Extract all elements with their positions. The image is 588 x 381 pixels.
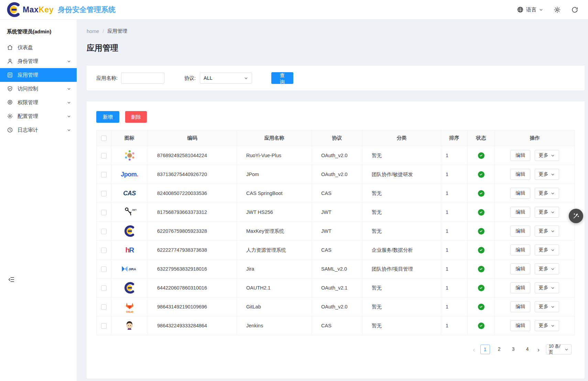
maxkey-logo-icon [6, 2, 21, 17]
clock-icon [7, 127, 13, 133]
edit-button[interactable]: 编辑 [510, 244, 530, 255]
row-checkbox[interactable] [101, 248, 107, 253]
app-category: 暂无 [362, 297, 441, 316]
delete-button[interactable]: 删除 [125, 111, 147, 123]
main-content: home / 应用管理 应用管理 应用名称: 协议: ALL 查询 新增 删除 [77, 20, 588, 381]
more-button[interactable]: 更多 [535, 244, 559, 255]
search-button[interactable]: 查询 [271, 72, 293, 84]
more-button[interactable]: 更多 [535, 282, 559, 293]
theme-wand-button[interactable] [569, 209, 583, 223]
gear-icon [7, 113, 13, 119]
sidebar-item-audit[interactable]: 日志审计 [0, 123, 77, 137]
cas-app-icon: CAS [123, 185, 136, 201]
status-enabled-icon [478, 228, 484, 235]
maxkey-app-icon [124, 280, 135, 296]
logout-button[interactable] [571, 6, 578, 13]
app-protocol: CAS [312, 184, 362, 203]
page-button-3[interactable]: 3 [509, 345, 518, 354]
table-row: 876892492581044224 RuoYi-Vue-Plus OAuth_… [97, 146, 575, 165]
sidebar-menu: 仪表盘 身份管理 应用管理 访问控制 权限管理 配置管理 日志审计 [0, 41, 77, 137]
sidebar-item-permissions[interactable]: 权限管理 [0, 96, 77, 109]
edit-button[interactable]: 编辑 [510, 301, 530, 312]
app-name: 人力资源管理系统 [237, 241, 312, 260]
table-row: JIRA 632279563832918016 Jira SAML_v2.0 团… [97, 260, 575, 279]
edit-button[interactable]: 编辑 [510, 207, 530, 218]
settings-button[interactable] [554, 6, 561, 13]
protocol-selected-value: ALL [204, 75, 213, 81]
edit-button[interactable]: 编辑 [510, 226, 530, 237]
edit-button[interactable]: 编辑 [510, 188, 530, 199]
edit-button[interactable]: 编辑 [510, 169, 530, 180]
sidebar-item-apps[interactable]: 应用管理 [0, 68, 77, 82]
app-order: 1 [441, 260, 468, 279]
table-row: 986432249333284864 Jenkins CAS 暂无 1 编辑 更… [97, 316, 575, 335]
edit-button[interactable]: 编辑 [510, 282, 530, 293]
app-name: CAS SpringBoot [237, 184, 312, 203]
app-category: 暂无 [362, 279, 441, 297]
language-selector[interactable]: 语言 [517, 6, 543, 13]
next-page-button[interactable]: › [537, 346, 540, 353]
app-name: Jira [237, 260, 312, 279]
more-button[interactable]: 更多 [535, 320, 559, 331]
page-size-select[interactable]: 10 条/页 [546, 344, 571, 355]
row-checkbox[interactable] [101, 210, 107, 215]
more-button[interactable]: 更多 [535, 188, 559, 199]
row-checkbox[interactable] [101, 153, 107, 159]
add-button[interactable]: 新增 [96, 111, 119, 123]
more-button[interactable]: 更多 [535, 150, 559, 161]
sidebar-item-label: 权限管理 [18, 99, 62, 106]
language-label: 语言 [526, 7, 536, 13]
more-button[interactable]: 更多 [535, 263, 559, 274]
row-checkbox[interactable] [101, 191, 107, 196]
breadcrumb: home / 应用管理 [87, 28, 588, 34]
app-name: JPom [237, 165, 312, 184]
sidebar-item-config[interactable]: 配置管理 [0, 109, 77, 123]
app-order: 1 [441, 146, 468, 165]
chevron-down-icon [539, 8, 543, 12]
more-button[interactable]: 更多 [535, 301, 559, 312]
chevron-down-icon [551, 248, 555, 252]
app-name: MaxKey管理系统 [237, 222, 312, 241]
app-name-input[interactable] [121, 73, 164, 84]
edit-button[interactable]: 编辑 [510, 150, 530, 161]
breadcrumb-home[interactable]: home [87, 29, 99, 34]
collapse-sidebar-button[interactable] [8, 276, 15, 283]
protocol-select[interactable]: ALL [200, 73, 252, 84]
jira-app-icon: JIRA [121, 261, 139, 277]
row-checkbox[interactable] [101, 229, 107, 234]
more-button[interactable]: 更多 [535, 226, 559, 237]
select-all-checkbox[interactable] [101, 135, 107, 141]
prev-page-button[interactable]: ‹ [472, 346, 476, 353]
app-code: 817568793663373312 [148, 203, 237, 222]
sidebar-item-label: 应用管理 [18, 72, 71, 78]
row-checkbox[interactable] [101, 285, 107, 291]
home-icon [7, 44, 13, 51]
system-title: 身份安全管理系统 [58, 5, 116, 14]
row-checkbox[interactable] [101, 266, 107, 272]
app-name: RuoYi-Vue-Plus [237, 146, 312, 165]
sidebar: 系统管理员(admin) 仪表盘 身份管理 应用管理 访问控制 权限管理 配置管… [0, 20, 77, 381]
apps-table: 图标 编码 应用名称 协议 分类 排序 状态 操作 87689249258104… [96, 130, 575, 335]
page-title: 应用管理 [87, 43, 588, 53]
edit-button[interactable]: 编辑 [510, 320, 530, 331]
svg-text:JWT: JWT [131, 209, 136, 211]
page-button-2[interactable]: 2 [494, 345, 504, 354]
app-code: 622076759805923328 [148, 222, 237, 241]
row-checkbox[interactable] [101, 304, 107, 310]
more-button[interactable]: 更多 [535, 207, 559, 218]
page-size-value: 10 条/页 [549, 344, 564, 355]
sidebar-item-identity[interactable]: 身份管理 [0, 54, 77, 68]
row-checkbox[interactable] [101, 172, 107, 177]
row-checkbox[interactable] [101, 323, 107, 329]
sidebar-item-label: 访问控制 [18, 86, 62, 92]
app-code: 622227747938373638 [148, 241, 237, 260]
column-header-protocol: 协议 [312, 130, 362, 146]
app-protocol: JWT [312, 222, 362, 241]
edit-button[interactable]: 编辑 [510, 263, 530, 274]
more-button[interactable]: 更多 [535, 169, 559, 180]
sidebar-item-dashboard[interactable]: 仪表盘 [0, 41, 77, 54]
sidebar-item-label: 身份管理 [18, 58, 62, 65]
sidebar-item-access[interactable]: 访问控制 [0, 82, 77, 96]
page-button-1[interactable]: 1 [480, 345, 490, 354]
page-button-4[interactable]: 4 [523, 345, 532, 354]
